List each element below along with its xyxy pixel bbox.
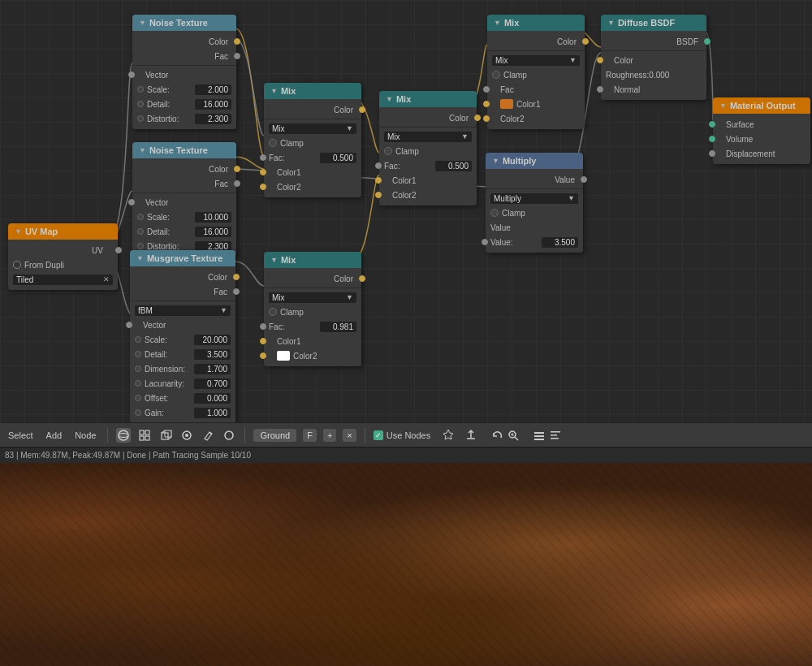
mix-main-color-out[interactable]: [582, 38, 589, 45]
mix-main-node[interactable]: ▼ Mix Color Mix ▼ Clamp Fac: [487, 15, 585, 129]
noise1-vector-in[interactable]: [128, 71, 135, 78]
noise-texture-1-header: ▼ Noise Texture: [132, 15, 236, 31]
svg-rect-20: [534, 439, 544, 440]
musgrave-texture-node[interactable]: ▼ Musgrave Texture Color Fac fBM ▼ Vect: [130, 250, 235, 422]
diffuse-bsdf-out[interactable]: [704, 38, 710, 45]
mix3-fac-in[interactable]: [260, 323, 266, 330]
diffuse-normal-in[interactable]: [597, 86, 603, 93]
mix-3-node[interactable]: ▼ Mix Color Mix ▼ Clamp Fac: 0.: [264, 252, 361, 366]
svg-point-10: [185, 434, 188, 437]
svg-rect-5: [145, 436, 149, 440]
svg-rect-3: [145, 430, 149, 435]
output-surface-in[interactable]: [709, 121, 715, 128]
output-displacement-in[interactable]: [709, 150, 715, 157]
multiply-node[interactable]: ▼ Multiply Value Multiply ▼ Clamp Value: [486, 153, 583, 253]
svg-rect-23: [551, 438, 559, 439]
undo-icon[interactable]: [490, 429, 503, 442]
svg-line-15: [515, 437, 518, 440]
noise-texture-2-header: ▼ Noise Texture: [132, 142, 236, 158]
preview-area: [0, 463, 812, 666]
toolbar: Select Add Node: [0, 422, 812, 447]
uv-map-header: ▼ UV Map: [8, 223, 118, 240]
noise1-fac-out[interactable]: [234, 53, 240, 59]
circle-icon[interactable]: [222, 428, 236, 443]
pin-icon[interactable]: [442, 428, 455, 441]
uv-map-node[interactable]: ▼ UV Map UV From Dupli Tiled ✕: [8, 223, 118, 290]
separator-2: [244, 428, 245, 443]
diffuse-bsdf-header: ▼ Diffuse BSDF: [601, 15, 706, 31]
multiply-header: ▼ Multiply: [486, 153, 583, 169]
sphere-icon[interactable]: [116, 428, 131, 443]
select-menu[interactable]: Select: [5, 429, 37, 442]
noise-texture-2-node[interactable]: ▼ Noise Texture Color Fac Vector Scale: …: [132, 142, 236, 257]
multiply-value-out[interactable]: [581, 176, 587, 183]
mix1-fac-in[interactable]: [260, 154, 266, 161]
settings-icon[interactable]: [533, 429, 546, 442]
brush-icon[interactable]: [201, 428, 215, 443]
mix3-color1-in[interactable]: [260, 338, 266, 344]
material-output-header: ▼ Material Output: [713, 97, 810, 114]
material-output-node[interactable]: ▼ Material Output Surface Volume Displac…: [713, 97, 810, 164]
f-button[interactable]: F: [303, 429, 317, 442]
mix-3-header: ▼ Mix: [264, 252, 361, 268]
mix2-fac-in[interactable]: [375, 162, 382, 169]
mix-main-fac-in[interactable]: [483, 86, 490, 93]
separator-1: [107, 428, 108, 443]
node-menu[interactable]: Node: [71, 429, 99, 442]
svg-rect-21: [551, 431, 560, 433]
svg-point-0: [119, 430, 128, 440]
mix1-color2-in[interactable]: [260, 184, 266, 190]
mix2-color-out[interactable]: [474, 115, 481, 121]
noise-texture-1-node[interactable]: ▼ Noise Texture Color Fac Vector Scale: …: [132, 15, 236, 129]
mix2-color1-in[interactable]: [375, 177, 382, 184]
noise2-fac-out[interactable]: [234, 180, 240, 187]
svg-rect-18: [534, 432, 544, 434]
material-name-field[interactable]: Ground: [253, 429, 296, 442]
cube-icon[interactable]: [158, 428, 173, 443]
mix1-color1-in[interactable]: [260, 169, 266, 175]
output-volume-in[interactable]: [709, 136, 715, 142]
use-nodes-toggle[interactable]: ✓ Use Nodes: [374, 430, 430, 440]
diffuse-color-in[interactable]: [597, 57, 603, 63]
render-icon[interactable]: [179, 428, 194, 443]
status-text: 83 | Mem:49.87M, Peak:49.87M | Done | Pa…: [5, 451, 251, 460]
mix-1-header: ▼ Mix: [264, 83, 361, 99]
mix-2-header: ▼ Mix: [379, 91, 477, 107]
mix-main-header: ▼ Mix: [487, 15, 585, 31]
uv-output-socket[interactable]: [115, 247, 122, 253]
musgrave-color-out[interactable]: [233, 274, 240, 280]
add-material-button[interactable]: +: [323, 429, 336, 442]
mix1-color-out[interactable]: [359, 106, 365, 113]
noise1-color-out[interactable]: [234, 38, 240, 45]
musgrave-texture-header: ▼ Musgrave Texture: [130, 250, 235, 266]
musgrave-fac-out[interactable]: [233, 288, 240, 295]
add-menu[interactable]: Add: [43, 429, 66, 442]
svg-rect-19: [534, 435, 544, 437]
separator-3: [365, 428, 365, 443]
mix3-color2-in[interactable]: [260, 352, 266, 359]
mix3-color-out[interactable]: [359, 275, 365, 282]
svg-rect-4: [140, 436, 144, 440]
musgrave-vector-in[interactable]: [126, 322, 132, 328]
statusbar: 83 | Mem:49.87M, Peak:49.87M | Done | Pa…: [0, 447, 812, 463]
upload-icon[interactable]: [464, 428, 477, 441]
noise2-vector-in[interactable]: [128, 199, 135, 205]
mix2-color2-in[interactable]: [375, 192, 382, 198]
diffuse-bsdf-node[interactable]: ▼ Diffuse BSDF BSDF Color Roughness:0.00…: [601, 15, 706, 100]
multiply-value-in[interactable]: [482, 239, 488, 245]
mix-main-color1-in[interactable]: [483, 101, 490, 107]
node-editor[interactable]: ▼ UV Map UV From Dupli Tiled ✕: [0, 0, 812, 422]
zoom-icon[interactable]: [507, 429, 520, 442]
svg-rect-22: [551, 435, 557, 436]
use-nodes-checkbox[interactable]: ✓: [374, 430, 383, 440]
remove-material-button[interactable]: ×: [343, 429, 356, 442]
menu-icon[interactable]: [549, 429, 562, 442]
mix-2-node[interactable]: ▼ Mix Color Mix ▼ Clamp Fac: 0.: [379, 91, 477, 205]
noise2-color-out[interactable]: [234, 166, 240, 172]
mix-main-color2-in[interactable]: [483, 115, 490, 122]
mix-1-node[interactable]: ▼ Mix Color Mix ▼ Clamp Fac: 0.500: [264, 83, 361, 197]
svg-rect-2: [140, 430, 144, 435]
grid-icon[interactable]: [137, 428, 152, 443]
svg-point-1: [119, 433, 128, 437]
svg-point-12: [225, 431, 233, 439]
